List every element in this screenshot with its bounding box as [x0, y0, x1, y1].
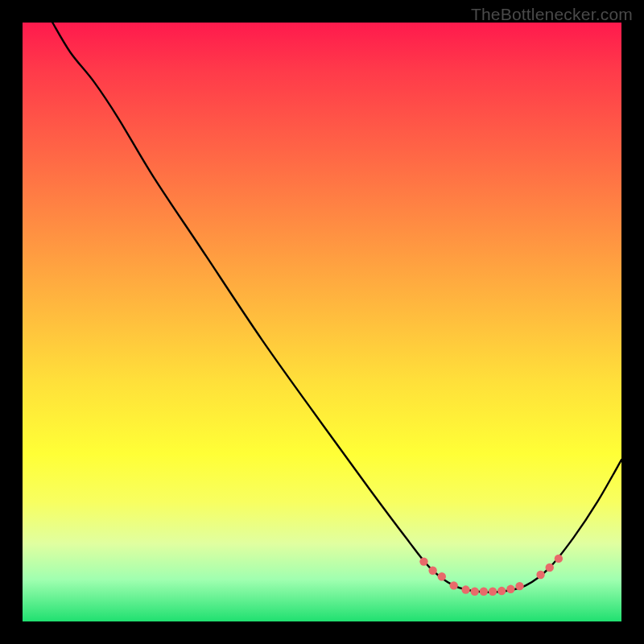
bead-point: [438, 572, 446, 580]
curve-beads: [419, 555, 563, 596]
bead-point: [555, 555, 563, 563]
bead-point: [489, 588, 497, 596]
bead-point: [480, 588, 488, 596]
chart-svg: [23, 23, 621, 621]
bead-point: [449, 581, 457, 589]
bead-point: [419, 557, 427, 565]
bead-point: [506, 585, 514, 593]
bead-point: [497, 587, 506, 595]
bead-point: [515, 582, 523, 590]
watermark-text: TheBottlenecker.com: [471, 5, 633, 24]
plot-area: [23, 23, 621, 621]
chart-frame: TheBottlenecker.com: [0, 0, 644, 644]
bead-point: [471, 588, 479, 596]
bead-point: [428, 567, 436, 575]
bead-point: [536, 571, 544, 579]
bead-point: [461, 585, 469, 593]
bead-point: [546, 564, 554, 572]
bottleneck-curve: [52, 23, 621, 592]
